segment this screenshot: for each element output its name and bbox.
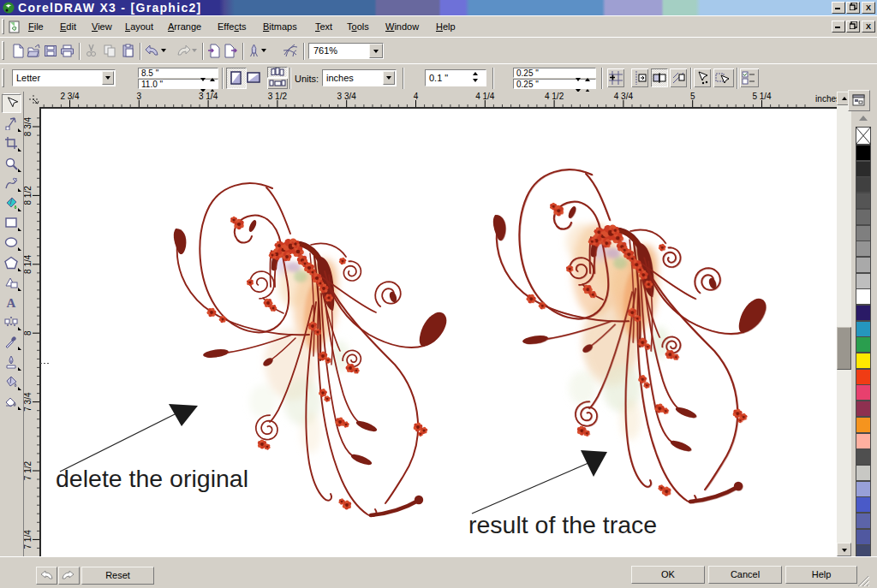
svg-text:2 3/4: 2 3/4 (60, 92, 80, 101)
svg-text:4 3/4: 4 3/4 (614, 92, 634, 101)
svg-text:5 1/4: 5 1/4 (752, 92, 772, 101)
svg-text:4 1/4: 4 1/4 (475, 92, 495, 101)
svg-text:7 3/4: 7 3/4 (24, 392, 33, 412)
svg-text:5: 5 (690, 92, 695, 101)
svg-text:A: A (7, 296, 16, 309)
svg-text:8 1/4: 8 1/4 (24, 254, 33, 274)
svg-text:4 1/2: 4 1/2 (545, 92, 564, 101)
svg-text:4: 4 (414, 92, 419, 101)
svg-text:7 1/2: 7 1/2 (24, 460, 33, 480)
svg-text:8 3/4: 8 3/4 (24, 116, 33, 136)
svg-text:result of the trace: result of the trace (468, 511, 657, 538)
svg-text:3: 3 (137, 92, 142, 101)
svg-text:delete the original: delete the original (56, 465, 248, 492)
svg-text:3 3/4: 3 3/4 (337, 92, 357, 101)
svg-text:8: 8 (24, 330, 33, 336)
svg-text:3 1/2: 3 1/2 (268, 92, 288, 101)
svg-text:7 1/4: 7 1/4 (24, 530, 33, 549)
svg-text:3 1/4: 3 1/4 (199, 92, 218, 101)
svg-text:8 1/2: 8 1/2 (24, 186, 33, 205)
